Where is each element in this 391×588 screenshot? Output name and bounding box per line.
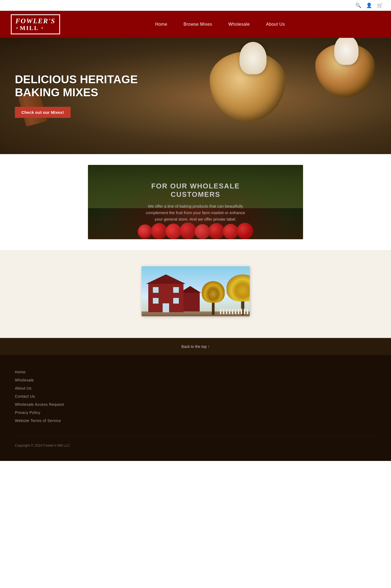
footer-link-home[interactable]: Home: [15, 370, 376, 374]
nav-browse-mixes[interactable]: Browse Mixes: [183, 22, 212, 27]
footer-nav: Home Wholesale About Us Contact Us Whole…: [15, 370, 376, 423]
mill-image: [142, 266, 250, 316]
hero-title: DELICIOUS HERITAGE BAKING MIXES: [15, 73, 138, 99]
back-to-top-link[interactable]: Back to the top ↑: [181, 344, 209, 349]
footer-link-terms-of-service[interactable]: Website Terms of Service: [15, 418, 376, 423]
mill-window-3: [152, 297, 159, 304]
logo[interactable]: Fowler's ✦ Mill ✦: [11, 14, 60, 35]
footer-link-privacy-policy[interactable]: Privacy Policy: [15, 410, 376, 415]
footer-copyright: Copyright © 2024 Fowler's Mill LLC: [15, 436, 376, 447]
hero-section: DELICIOUS HERITAGE BAKING MIXES Check ou…: [0, 38, 391, 154]
logo-line1: Fowler's: [15, 17, 55, 25]
account-icon[interactable]: 👤: [366, 2, 372, 8]
site-header: Fowler's ✦ Mill ✦ Home Browse Mixes Whol…: [0, 11, 391, 38]
site-footer: Home Wholesale About Us Contact Us Whole…: [0, 355, 391, 461]
logo-line2: ✦ Mill ✦: [15, 25, 55, 31]
mill-window-2: [173, 287, 179, 293]
main-nav: Home Browse Mixes Wholesale About Us: [60, 22, 380, 27]
autumn-tree-2: [212, 296, 215, 315]
hero-cta-button[interactable]: Check out our Mixes!: [15, 107, 71, 118]
mill-window-1: [152, 287, 159, 293]
back-to-top-bar: Back to the top ↑: [0, 338, 391, 355]
top-bar: 🔍 👤 🛒: [0, 0, 391, 11]
mill-roof: [146, 274, 186, 284]
about-section: [0, 250, 391, 338]
wholesale-description: We offer a line of baking products that …: [144, 203, 247, 222]
mill-building-body: [148, 283, 183, 312]
mill-annex: [181, 292, 200, 312]
hero-ice-cream-right: [334, 38, 359, 65]
hero-ice-cream-left: [239, 42, 267, 74]
footer-link-wholesale-access[interactable]: Wholesale Access Request: [15, 402, 376, 407]
hero-content: DELICIOUS HERITAGE BAKING MIXES Check ou…: [15, 73, 138, 118]
white-fence: [220, 309, 250, 314]
footer-link-contact-us[interactable]: Contact Us: [15, 394, 376, 398]
nav-wholesale[interactable]: Wholesale: [228, 22, 250, 27]
mill-window-4: [173, 297, 179, 304]
mill-door: [162, 303, 170, 312]
search-icon[interactable]: 🔍: [355, 2, 361, 8]
footer-link-wholesale[interactable]: Wholesale: [15, 378, 376, 382]
wholesale-content: FOR OUR WHOLESALE CUSTOMERS We offer a l…: [139, 177, 252, 228]
cart-icon[interactable]: 🛒: [377, 2, 383, 8]
wholesale-section: FOR OUR WHOLESALE CUSTOMERS We offer a l…: [0, 154, 391, 250]
wholesale-card: FOR OUR WHOLESALE CUSTOMERS We offer a l…: [88, 165, 303, 239]
footer-link-about-us[interactable]: About Us: [15, 386, 376, 390]
nav-about-us[interactable]: About Us: [266, 22, 285, 27]
nav-home[interactable]: Home: [155, 22, 167, 27]
wholesale-title: FOR OUR WHOLESALE CUSTOMERS: [144, 182, 247, 199]
